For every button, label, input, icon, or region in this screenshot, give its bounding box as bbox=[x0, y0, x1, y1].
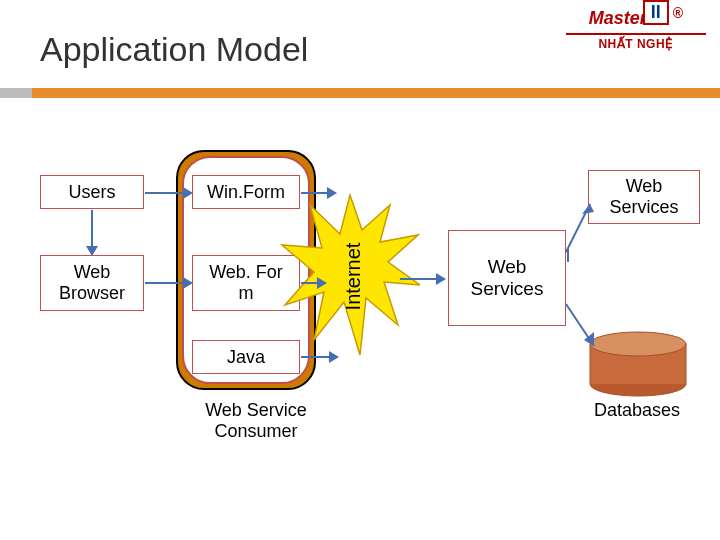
arrow-browser-webform-head bbox=[183, 277, 193, 289]
web-services-main-label: Web Services bbox=[471, 256, 544, 300]
arrow-ws-to-topws bbox=[560, 196, 620, 256]
web-services-main-box: Web Services bbox=[448, 230, 566, 326]
web-browser-label: Web Browser bbox=[59, 262, 125, 304]
web-browser-box: Web Browser bbox=[40, 255, 144, 311]
arrow-internet-ws-head bbox=[436, 273, 446, 285]
arrow-winform-internet-head bbox=[327, 187, 337, 199]
users-box: Users bbox=[40, 175, 144, 209]
arrow-users-winform-line bbox=[145, 192, 185, 194]
arrow-browser-webform-line bbox=[145, 282, 185, 284]
arrow-users-winform-head bbox=[183, 187, 193, 199]
arrow-webform-internet-head bbox=[317, 277, 327, 289]
diagram-canvas: Users Web Browser Win.Form Web. For m Ja… bbox=[0, 0, 720, 540]
arrow-internet-ws-line bbox=[400, 278, 438, 280]
winform-label: Win.Form bbox=[207, 182, 285, 203]
arrow-users-to-browser-line bbox=[91, 210, 93, 248]
arrow-users-to-browser-head bbox=[86, 246, 98, 256]
users-label: Users bbox=[68, 182, 115, 203]
svg-marker-2 bbox=[582, 204, 594, 214]
arrow-java-internet-head bbox=[329, 351, 339, 363]
arrow-winform-internet-line bbox=[301, 192, 329, 194]
consumer-caption: Web Service Consumer bbox=[186, 400, 326, 442]
arrow-java-internet-line bbox=[301, 356, 331, 358]
internet-label: Internet bbox=[342, 243, 365, 311]
database-label: Databases bbox=[594, 400, 680, 421]
arrow-ws-to-db bbox=[560, 300, 620, 360]
webform-label: Web. For m bbox=[209, 262, 283, 304]
java-label: Java bbox=[227, 347, 265, 368]
